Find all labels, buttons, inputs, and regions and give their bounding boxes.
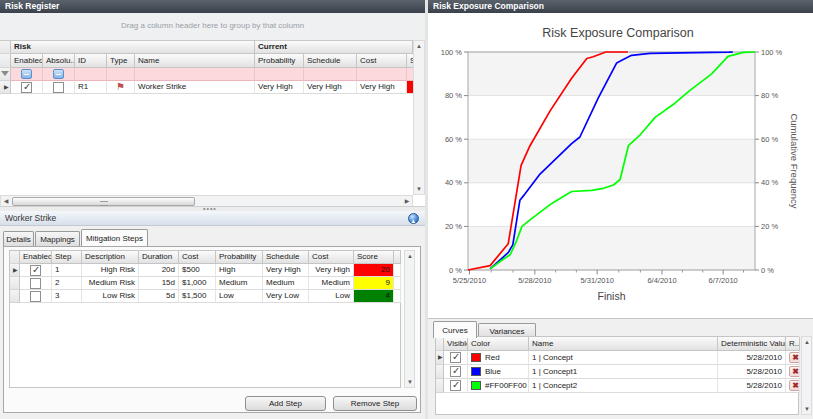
visible-cell[interactable]	[444, 351, 468, 365]
deterministic-value-cell[interactable]: 5/28/2010	[718, 365, 786, 379]
step-cell[interactable]: Medium Risk	[82, 277, 139, 290]
tab-curves[interactable]: Curves	[433, 321, 477, 338]
column-header-id[interactable]: ID	[75, 54, 107, 68]
tab-mitigation-steps[interactable]: Mitigation Steps	[81, 229, 148, 246]
step-cell[interactable]: $500	[179, 264, 216, 277]
step-enabled-checkbox[interactable]	[30, 265, 41, 276]
remove-cell[interactable]: ✖	[786, 351, 800, 365]
risk-grid-vscrollbar[interactable]: ▲▼	[413, 40, 425, 195]
scroll-right-icon[interactable]: ▶	[402, 196, 412, 206]
curve-color-swatch[interactable]	[471, 353, 481, 362]
column-header-probability[interactable]: Probability	[216, 251, 263, 264]
id-cell[interactable]: R1	[75, 81, 107, 94]
scroll-left-icon[interactable]: ◀	[1, 196, 11, 206]
step-cell[interactable]: Low	[309, 290, 354, 303]
step-cell[interactable]: 15d	[139, 277, 179, 290]
curve-visible-checkbox[interactable]	[450, 380, 461, 391]
scroll-down-icon[interactable]: ▼	[802, 404, 812, 414]
scroll-up-icon[interactable]: ▲	[405, 251, 415, 261]
curve-color-swatch[interactable]	[471, 367, 481, 376]
step-cell[interactable]: 5d	[139, 290, 179, 303]
filter-cell[interactable]	[357, 68, 407, 81]
deterministic-value-cell[interactable]: 5/28/2010	[718, 351, 786, 365]
remove-curve-icon[interactable]: ✖	[789, 380, 800, 391]
filter-cell[interactable]	[11, 68, 43, 81]
remove-curve-icon[interactable]: ✖	[789, 366, 800, 377]
step-cell[interactable]: 2	[52, 277, 82, 290]
column-header-duration[interactable]: Duration	[139, 251, 179, 264]
enabled-checkbox[interactable]	[21, 82, 32, 93]
color-cell[interactable]: Blue	[468, 365, 529, 379]
column-header-deterministicvalue[interactable]: Deterministic Value	[718, 337, 786, 351]
filter-condition-icon[interactable]	[53, 69, 64, 79]
probability-cell[interactable]: Very High	[255, 81, 304, 94]
filter-cell[interactable]	[304, 68, 357, 81]
filter-condition-icon[interactable]	[21, 69, 32, 79]
step-cell[interactable]: Medium	[216, 277, 263, 290]
step-cell[interactable]: High	[216, 264, 263, 277]
step-cell[interactable]: 3	[52, 290, 82, 303]
curve-color-swatch[interactable]	[471, 381, 481, 390]
column-header-name[interactable]: Name	[529, 337, 718, 351]
mitigation-grid-vscrollbar[interactable]: ▲▼	[404, 250, 415, 388]
score-cell[interactable]: 9	[354, 277, 394, 290]
filter-cell[interactable]	[255, 68, 304, 81]
name-cell[interactable]: 1 | Concept1	[529, 365, 718, 379]
filter-cell[interactable]	[75, 68, 107, 81]
step-cell[interactable]: Low Risk	[82, 290, 139, 303]
band-header-current[interactable]: Current	[255, 41, 413, 54]
add-step-button[interactable]: Add Step	[245, 396, 326, 411]
scroll-down-icon[interactable]: ▼	[414, 184, 424, 194]
curves-grid-vscrollbar[interactable]: ▲▼	[801, 336, 812, 415]
column-header-absolu[interactable]: Absolu...	[43, 54, 75, 68]
color-cell[interactable]: #FF00FF00	[468, 379, 529, 393]
column-header-r[interactable]: R...	[786, 337, 800, 351]
step-enabled-checkbox[interactable]	[30, 291, 41, 302]
remove-cell[interactable]: ✖	[786, 379, 800, 393]
remove-cell[interactable]: ✖	[786, 365, 800, 379]
type-cell[interactable]: ⚑	[107, 81, 135, 94]
curve-visible-checkbox[interactable]	[450, 352, 461, 363]
score-cell[interactable]: 20	[354, 264, 394, 277]
step-cell[interactable]: Very Low	[263, 290, 309, 303]
panel-pin-icon[interactable]	[408, 213, 419, 224]
visible-cell[interactable]	[444, 379, 468, 393]
group-by-area[interactable]: Drag a column header here to group by th…	[0, 13, 425, 40]
absolute-cell[interactable]	[43, 81, 75, 94]
step-enabled-checkbox[interactable]	[30, 278, 41, 289]
step-cell[interactable]: Low	[216, 290, 263, 303]
column-header-enabled[interactable]: Enabled	[20, 251, 52, 264]
filter-cell[interactable]	[135, 68, 255, 81]
color-cell[interactable]: Red	[468, 351, 529, 365]
curve-visible-checkbox[interactable]	[450, 366, 461, 377]
step-cell[interactable]: 1	[52, 264, 82, 277]
scroll-up-icon[interactable]: ▲	[802, 337, 812, 347]
column-header-enabled[interactable]: Enabled	[11, 54, 43, 68]
filter-cell[interactable]	[107, 68, 135, 81]
column-header-description[interactable]: Description	[82, 251, 139, 264]
name-cell[interactable]: 1 | Concept	[529, 351, 718, 365]
column-header-probability[interactable]: Probability	[255, 54, 304, 68]
column-header-schedule[interactable]: Schedule	[304, 54, 357, 68]
column-header-score[interactable]: Score	[354, 251, 394, 264]
schedule-cell[interactable]: Very High	[304, 81, 357, 94]
enabled-cell[interactable]	[20, 264, 52, 277]
step-cell[interactable]: $1,000	[179, 277, 216, 290]
step-cell[interactable]: $1,500	[179, 290, 216, 303]
step-cell[interactable]: Medium	[263, 277, 309, 290]
deterministic-value-cell[interactable]: 5/28/2010	[718, 379, 786, 393]
tab-mappings[interactable]: Mappings	[35, 231, 80, 246]
column-header-type[interactable]: Type	[107, 54, 135, 68]
tab-details[interactable]: Details	[3, 231, 34, 246]
hscroll-thumb[interactable]	[12, 197, 195, 206]
column-header-visible[interactable]: Visible	[444, 337, 468, 351]
column-header-color[interactable]: Color	[468, 337, 529, 351]
step-cell[interactable]: 20d	[139, 264, 179, 277]
enabled-cell[interactable]	[20, 290, 52, 303]
column-header-cost[interactable]: Cost	[179, 251, 216, 264]
step-cell[interactable]: Medium	[309, 277, 354, 290]
remove-step-button[interactable]: Remove Step	[333, 396, 417, 411]
step-cell[interactable]: Very High	[309, 264, 354, 277]
column-header-step[interactable]: Step	[52, 251, 82, 264]
scroll-down-icon[interactable]: ▼	[405, 377, 415, 387]
